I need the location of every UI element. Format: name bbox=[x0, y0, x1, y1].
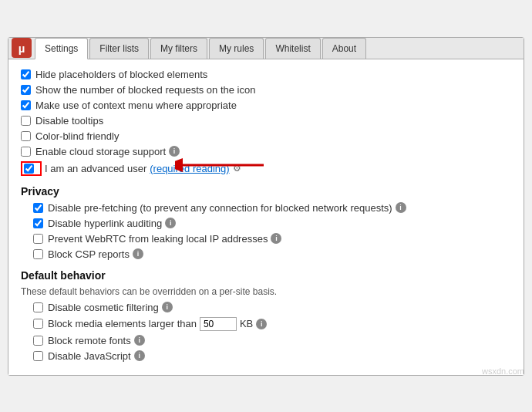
label-show-blocked: Show the number of blocked requests on t… bbox=[35, 84, 255, 96]
tab-filter-lists[interactable]: Filter lists bbox=[89, 38, 149, 59]
checkbox-context-menu[interactable] bbox=[21, 100, 31, 110]
info-icon-cosmetic[interactable]: i bbox=[162, 302, 173, 312]
info-icon-csp[interactable]: i bbox=[133, 248, 143, 259]
setting-row-csp: Block CSP reports i bbox=[33, 248, 511, 260]
setting-row-remote-fonts: Block remote fonts i bbox=[33, 335, 511, 346]
svg-text:µ: µ bbox=[19, 42, 25, 55]
label-hyperlink: Disable hyperlink auditing bbox=[48, 218, 162, 229]
tab-about[interactable]: About bbox=[322, 38, 366, 59]
checkbox-advanced-user[interactable] bbox=[24, 164, 34, 174]
privacy-section-title: Privacy bbox=[21, 185, 511, 198]
label-cloud-storage: Enable cloud storage support bbox=[35, 146, 166, 157]
checkbox-colorblind[interactable] bbox=[21, 131, 31, 141]
label-context-menu: Make use of context menu where appropria… bbox=[35, 100, 237, 111]
label-cosmetic: Disable cosmetic filtering bbox=[48, 302, 159, 313]
red-arrow bbox=[175, 154, 268, 177]
checkbox-hyperlink[interactable] bbox=[33, 218, 43, 228]
checkbox-disable-tooltips[interactable] bbox=[21, 116, 31, 126]
logo-icon: µ bbox=[12, 38, 32, 58]
settings-content: Hide placeholders of blocked elements Sh… bbox=[8, 59, 524, 375]
setting-row-colorblind: Color-blind friendly bbox=[21, 130, 511, 142]
setting-row-webrtc: Prevent WebRTC from leaking local IP add… bbox=[33, 233, 511, 245]
label-disable-tooltips: Disable tooltips bbox=[35, 115, 103, 127]
setting-row-disable-tooltips: Disable tooltips bbox=[21, 115, 511, 127]
info-icon-remote-fonts[interactable]: i bbox=[134, 335, 145, 346]
setting-row-advanced-user: I am an advanced user (required reading)… bbox=[21, 161, 511, 176]
checkbox-hide-placeholders[interactable] bbox=[21, 69, 31, 79]
checkbox-csp[interactable] bbox=[33, 249, 43, 259]
label-remote-fonts: Block remote fonts bbox=[48, 335, 131, 346]
info-icon-prefetch[interactable]: i bbox=[396, 202, 406, 213]
default-behavior-subtitle: These default behaviors can be overridde… bbox=[21, 286, 511, 297]
checkbox-show-blocked[interactable] bbox=[21, 85, 31, 95]
setting-row-context-menu: Make use of context menu where appropria… bbox=[21, 100, 511, 111]
checkbox-media-elements[interactable] bbox=[33, 319, 43, 329]
info-icon-webrtc[interactable]: i bbox=[271, 233, 281, 244]
label-csp: Block CSP reports bbox=[48, 248, 130, 260]
setting-row-prefetch: Disable pre-fetching (to prevent any con… bbox=[33, 202, 511, 214]
setting-row-media-elements: Block media elements larger than KB i bbox=[33, 317, 511, 331]
tab-my-filters[interactable]: My filters bbox=[150, 38, 207, 59]
label-webrtc: Prevent WebRTC from leaking local IP add… bbox=[48, 233, 268, 245]
tab-my-rules[interactable]: My rules bbox=[209, 38, 264, 59]
checkbox-javascript[interactable] bbox=[33, 351, 43, 361]
label-hide-placeholders: Hide placeholders of blocked elements bbox=[35, 69, 207, 80]
label-advanced-user: I am an advanced user bbox=[45, 163, 146, 174]
label-kb: KB bbox=[240, 318, 253, 329]
checkbox-webrtc[interactable] bbox=[33, 234, 43, 244]
checkbox-prefetch[interactable] bbox=[33, 203, 43, 213]
tab-bar: µ Settings Filter lists My filters My ru… bbox=[8, 38, 524, 59]
label-javascript: Disable JavaScript bbox=[48, 350, 131, 362]
label-prefetch: Disable pre-fetching (to prevent any con… bbox=[48, 202, 392, 214]
setting-row-hyperlink: Disable hyperlink auditing i bbox=[33, 218, 511, 229]
setting-row-cosmetic: Disable cosmetic filtering i bbox=[33, 302, 511, 313]
label-colorblind: Color-blind friendly bbox=[35, 130, 119, 142]
setting-row-show-blocked: Show the number of blocked requests on t… bbox=[21, 84, 511, 96]
info-icon-media[interactable]: i bbox=[256, 319, 267, 329]
checkbox-remote-fonts[interactable] bbox=[33, 336, 43, 346]
tab-whitelist[interactable]: Whitelist bbox=[265, 38, 320, 59]
checkbox-cosmetic[interactable] bbox=[33, 302, 43, 312]
info-icon-javascript[interactable]: i bbox=[134, 350, 145, 361]
tab-settings[interactable]: Settings bbox=[35, 38, 88, 59]
setting-row-hide-placeholders: Hide placeholders of blocked elements bbox=[21, 69, 511, 80]
media-size-input[interactable] bbox=[200, 317, 237, 331]
setting-row-javascript: Disable JavaScript i bbox=[33, 350, 511, 362]
checkbox-cloud-storage[interactable] bbox=[21, 147, 31, 157]
label-media-elements: Block media elements larger than bbox=[48, 318, 197, 329]
info-icon-hyperlink[interactable]: i bbox=[165, 218, 176, 228]
default-behavior-section-title: Default behavior bbox=[21, 269, 511, 282]
